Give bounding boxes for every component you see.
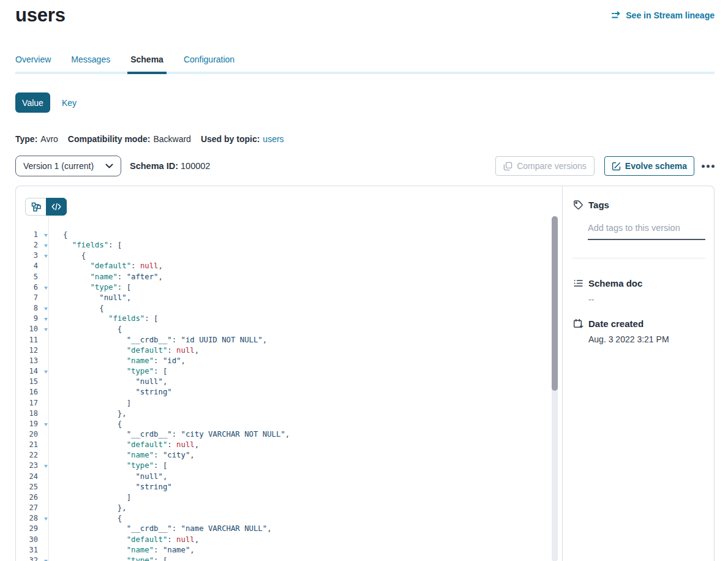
tree-view-button[interactable] bbox=[25, 198, 46, 216]
gutter-divider bbox=[48, 216, 49, 561]
code-text: { bbox=[48, 514, 122, 522]
version-select[interactable]: Version 1 (current) bbox=[15, 156, 121, 176]
code-text: "__crdb__": "city VARCHAR NOT NULL", bbox=[48, 430, 290, 439]
code-line: 22 "name": "city", bbox=[16, 449, 562, 459]
fold-toggle-icon[interactable] bbox=[38, 418, 48, 428]
editor-view-toggle bbox=[25, 198, 67, 216]
code-line: 23 "type": [ bbox=[16, 459, 562, 470]
copy-icon bbox=[503, 162, 512, 171]
code-text: ] bbox=[48, 493, 131, 502]
code-line: 12 "default": null, bbox=[16, 344, 562, 355]
code-line: 25 "string" bbox=[16, 481, 562, 491]
tab-bar: OverviewMessagesSchemaConfiguration bbox=[15, 55, 715, 74]
tab-key[interactable]: Key bbox=[62, 98, 77, 108]
schema-code-editor[interactable]: 1{2 "fields": [3 {4 "default": null,5 "n… bbox=[16, 216, 562, 561]
code-text: { bbox=[48, 325, 122, 333]
line-number: 29 bbox=[16, 524, 38, 534]
fold-toggle-icon[interactable] bbox=[38, 302, 48, 312]
code-line: 15 "null", bbox=[16, 375, 562, 386]
fold-toggle-icon[interactable] bbox=[38, 323, 48, 333]
code-line: 14 "type": [ bbox=[16, 365, 562, 375]
line-number: 32 bbox=[16, 555, 38, 561]
code-text: "name": "after", bbox=[48, 273, 163, 281]
fold-toggle-icon[interactable] bbox=[38, 281, 48, 292]
tag-icon bbox=[573, 200, 584, 210]
calendar-plus-icon bbox=[573, 318, 584, 329]
code-text: { bbox=[48, 420, 122, 428]
tags-input[interactable] bbox=[588, 223, 705, 240]
code-text: "fields": [ bbox=[48, 241, 122, 249]
code-text: "name": "name", bbox=[48, 546, 195, 554]
used-by-topic-link[interactable]: users bbox=[263, 134, 283, 144]
schema-id: Schema ID: 100002 bbox=[130, 161, 210, 171]
code-line: 24 "null", bbox=[16, 470, 562, 481]
code-line: 31 "name": "name", bbox=[16, 544, 562, 554]
code-line: 11 "__crdb__": "id UUID NOT NULL", bbox=[16, 334, 562, 344]
fold-toggle-icon[interactable] bbox=[38, 312, 48, 323]
code-text: "name": "id", bbox=[48, 356, 186, 365]
edit-icon bbox=[612, 162, 621, 171]
schema-doc-header: Schema doc bbox=[573, 278, 705, 288]
code-text: "null", bbox=[48, 377, 167, 386]
fold-toggle-icon[interactable] bbox=[38, 239, 48, 249]
date-created-value: Aug. 3 2022 3:21 PM bbox=[588, 334, 705, 344]
version-toolbar: Version 1 (current) Schema ID: 100002 Co… bbox=[15, 156, 715, 176]
schema-sidebar: Tags Schema doc -- Date created Aug. 3 2… bbox=[562, 186, 715, 561]
code-line: 16 "string" bbox=[16, 386, 562, 396]
code-view-button[interactable] bbox=[46, 198, 67, 216]
code-text: "__crdb__": "name VARCHAR NULL", bbox=[48, 524, 272, 533]
code-line: 1{ bbox=[16, 228, 562, 239]
version-select-value: Version 1 (current) bbox=[23, 161, 94, 171]
tab-configuration[interactable]: Configuration bbox=[184, 55, 235, 72]
code-text: "fields": [ bbox=[48, 314, 159, 323]
tab-schema[interactable]: Schema bbox=[130, 55, 163, 72]
fold-toggle-icon[interactable] bbox=[38, 249, 48, 260]
fold-toggle-icon[interactable] bbox=[38, 365, 48, 375]
code-line: 18 }, bbox=[16, 407, 562, 418]
code-lines: 1{2 "fields": [3 {4 "default": null,5 "n… bbox=[16, 216, 562, 561]
code-text: "default": null, bbox=[48, 440, 199, 449]
code-text: "name": "city", bbox=[48, 451, 195, 459]
schema-editor: 1{2 "fields": [3 {4 "default": null,5 "n… bbox=[16, 186, 562, 561]
chevron-down-icon bbox=[105, 164, 113, 168]
code-text: "default": null, bbox=[48, 535, 199, 544]
code-line: 19 { bbox=[16, 418, 562, 428]
more-actions-button[interactable] bbox=[702, 160, 715, 172]
code-text: "type": [ bbox=[48, 556, 167, 561]
code-text: "null", bbox=[48, 472, 167, 481]
scrollbar-track[interactable] bbox=[552, 216, 558, 561]
code-text: }, bbox=[48, 409, 127, 418]
code-text: { bbox=[48, 230, 67, 239]
code-line: 30 "default": null, bbox=[16, 533, 562, 544]
date-created-title: Date created bbox=[588, 318, 644, 329]
code-text: { bbox=[48, 304, 104, 312]
page-title: users bbox=[15, 6, 66, 24]
scrollbar-thumb[interactable] bbox=[552, 216, 558, 391]
meta-item: Type:Avro bbox=[15, 134, 58, 144]
tab-messages[interactable]: Messages bbox=[71, 55, 110, 72]
code-line: 8 { bbox=[16, 302, 562, 312]
code-text: ] bbox=[48, 399, 131, 407]
code-line: 4 "default": null, bbox=[16, 260, 562, 270]
tags-title: Tags bbox=[588, 200, 609, 210]
code-line: 3 { bbox=[16, 249, 562, 260]
tab-overview[interactable]: Overview bbox=[15, 55, 51, 72]
fold-toggle-icon[interactable] bbox=[38, 554, 48, 561]
stream-lineage-link[interactable]: See in Stream lineage bbox=[612, 10, 715, 20]
fold-toggle-icon[interactable] bbox=[38, 512, 48, 522]
code-text: "default": null, bbox=[48, 262, 163, 270]
tab-value[interactable]: Value bbox=[15, 92, 50, 113]
code-line: 21 "default": null, bbox=[16, 439, 562, 449]
code-line: 28 { bbox=[16, 512, 562, 522]
code-text: "string" bbox=[48, 388, 172, 396]
code-text: "type": [ bbox=[48, 367, 167, 375]
fold-toggle-icon[interactable] bbox=[38, 459, 48, 470]
code-view-icon bbox=[51, 203, 61, 211]
code-line: 6 "type": [ bbox=[16, 281, 562, 292]
schema-meta-row: Type:AvroCompatibility mode:BackwardUsed… bbox=[15, 134, 715, 144]
fold-toggle-icon[interactable] bbox=[38, 228, 48, 239]
compare-versions-button[interactable]: Compare versions bbox=[495, 156, 595, 176]
code-line: 26 ] bbox=[16, 491, 562, 502]
evolve-schema-button[interactable]: Evolve schema bbox=[604, 156, 694, 176]
code-text: "string" bbox=[48, 483, 172, 491]
